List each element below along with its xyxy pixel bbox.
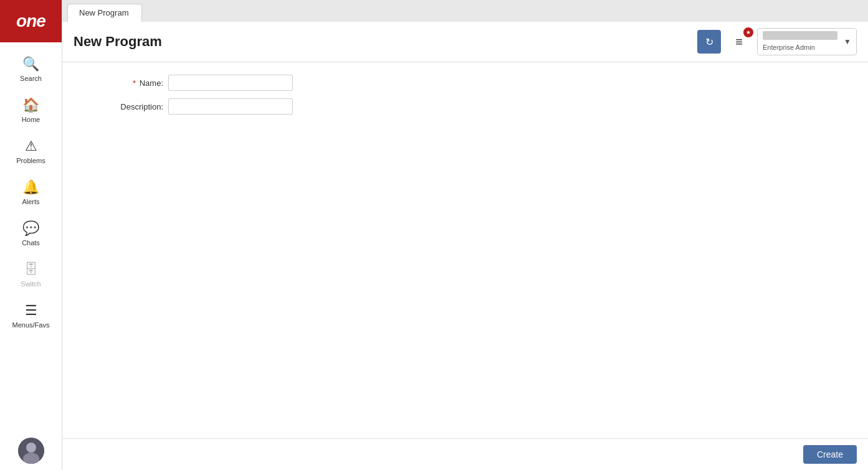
- sidebar-item-alerts-label: Alerts: [22, 198, 39, 205]
- menu-icon: ☰: [25, 303, 37, 319]
- form-area: * Name: Description:: [62, 62, 868, 438]
- header-actions: ↻ ≡ ★ Enterprise Admin ▼: [697, 28, 857, 55]
- sidebar-item-problems-label: Problems: [16, 157, 45, 164]
- user-name-blurred: [763, 31, 837, 40]
- sidebar-item-search[interactable]: 🔍 Search: [0, 49, 62, 90]
- hamburger-icon: ≡: [735, 35, 743, 49]
- user-avatar[interactable]: [18, 438, 44, 464]
- sidebar-item-home-label: Home: [22, 116, 40, 123]
- required-indicator: *: [133, 78, 136, 88]
- home-icon: 🏠: [22, 97, 39, 113]
- description-label: Description:: [87, 102, 168, 111]
- name-label: * Name:: [87, 78, 168, 88]
- sidebar-item-chats-label: Chats: [22, 239, 40, 247]
- create-button-label: Create: [817, 449, 843, 459]
- sidebar-item-switch: 🗄 Switch: [0, 254, 62, 295]
- sidebar-item-search-label: Search: [20, 75, 42, 82]
- description-label-text: Description:: [120, 102, 163, 111]
- sidebar-item-alerts[interactable]: 🔔 Alerts: [0, 172, 62, 213]
- main-content: New Program New Program ↻ ≡ ★ Enterprise…: [62, 0, 868, 470]
- search-icon: 🔍: [22, 56, 39, 72]
- sidebar-item-chats[interactable]: 💬 Chats: [0, 213, 62, 254]
- avatar-image: [18, 438, 44, 464]
- dropdown-arrow-icon: ▼: [844, 37, 851, 46]
- refresh-icon: ↻: [705, 36, 713, 48]
- chat-icon: 💬: [22, 220, 39, 237]
- logo-text: one: [16, 11, 45, 31]
- app-logo[interactable]: one: [0, 0, 62, 42]
- sidebar-item-switch-label: Switch: [21, 280, 41, 288]
- switch-icon: 🗄: [24, 261, 38, 278]
- name-row: * Name:: [87, 75, 843, 91]
- page-title: New Program: [74, 34, 690, 50]
- description-row: Description:: [87, 98, 843, 115]
- page-header: New Program ↻ ≡ ★ Enterprise Admin ▼: [62, 22, 868, 62]
- tab-bar: New Program: [62, 0, 868, 22]
- user-dropdown[interactable]: Enterprise Admin ▼: [757, 28, 857, 55]
- actions-menu-button[interactable]: ≡ ★: [727, 30, 751, 54]
- sidebar-item-menus-label: Menus/Favs: [12, 321, 50, 329]
- footer-bar: Create: [62, 438, 868, 470]
- user-info: Enterprise Admin: [763, 31, 841, 52]
- sidebar: one 🔍 Search 🏠 Home ⚠ Problems 🔔 Alerts …: [0, 0, 62, 470]
- name-input[interactable]: [168, 75, 293, 91]
- tab-new-program[interactable]: New Program: [67, 4, 142, 22]
- sidebar-item-problems[interactable]: ⚠ Problems: [0, 131, 62, 172]
- bell-icon: 🔔: [22, 179, 39, 195]
- content-area: * Name: Description: Create: [62, 62, 868, 470]
- name-label-text: Name:: [140, 78, 163, 88]
- sidebar-item-home[interactable]: 🏠 Home: [0, 90, 62, 131]
- warning-icon: ⚠: [25, 138, 37, 154]
- tab-new-program-label: New Program: [79, 8, 128, 17]
- star-badge: ★: [743, 27, 753, 37]
- create-button[interactable]: Create: [803, 445, 857, 464]
- user-role: Enterprise Admin: [763, 44, 815, 51]
- sidebar-item-menus[interactable]: ☰ Menus/Favs: [0, 295, 62, 336]
- sidebar-nav: 🔍 Search 🏠 Home ⚠ Problems 🔔 Alerts 💬 Ch…: [0, 42, 62, 438]
- sidebar-bottom: [18, 438, 44, 470]
- description-input[interactable]: [168, 98, 293, 115]
- refresh-button[interactable]: ↻: [697, 30, 721, 54]
- svg-point-1: [26, 443, 36, 453]
